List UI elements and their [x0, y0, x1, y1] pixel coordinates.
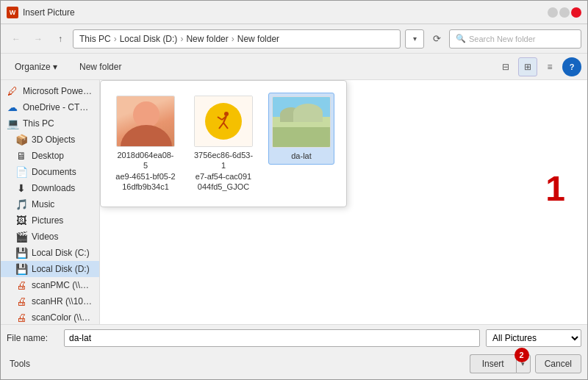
sidebar-label-local-disk-c: Local Disk (C:) [32, 248, 90, 258]
new-folder-button[interactable]: New folder [71, 57, 129, 76]
step2-badge: 2 [514, 348, 529, 362]
scanhr-icon: 🖨 [15, 295, 27, 307]
sidebar-label-downloads: Downloads [32, 183, 75, 193]
buttons-row: Tools Insert 2 ▾ Cancel [1, 351, 587, 379]
sidebar-item-scancolor[interactable]: 🖨 scanColor (\\10.6... [1, 309, 99, 324]
organize-button[interactable]: Organize ▾ [7, 57, 65, 76]
local-disk-d-icon: 💾 [15, 263, 27, 275]
sidebar-label-pictures: Pictures [32, 215, 63, 226]
powerpoint-icon: 🖊 [7, 85, 18, 97]
sidebar-label-scancolor: scanColor (\\10.6... [32, 312, 93, 323]
search-placeholder: Search New folder [469, 35, 536, 43]
sidebar-item-scanpmc[interactable]: 🖨 scanPMC (\\10.6... [1, 277, 99, 293]
path-content: This PC › Local Disk (D:) › New folder ›… [79, 34, 279, 44]
tools-label: Tools [10, 359, 30, 369]
person-photo-preview [117, 96, 174, 147]
address-path[interactable]: This PC › Local Disk (D:) › New folder ›… [73, 29, 401, 49]
logo-circle [205, 103, 242, 140]
app-icon-letter: W [10, 9, 16, 16]
help-button[interactable]: ? [562, 57, 581, 76]
sidebar-item-documents[interactable]: 📄 Documents [1, 164, 99, 180]
svg-line-2 [219, 123, 223, 129]
sidebar-label-scanpmc: scanPMC (\\10.6... [32, 280, 93, 290]
file-name-2: 3756ec86-6d53-1e7-af54-cac091044fd5_GJOC [193, 150, 254, 192]
logo-preview [195, 96, 252, 147]
dialog-title: Insert Picture [23, 7, 548, 18]
sidebar-item-microsoft-powerpoint[interactable]: 🖊 Microsoft PowerP... [1, 83, 99, 99]
file-name-3: da-lat [291, 151, 312, 161]
file-thumbnail-3 [272, 96, 331, 148]
view-medium-icons-button[interactable]: ⊞ [518, 57, 537, 76]
app-icon: W [7, 7, 18, 18]
svg-line-3 [223, 123, 228, 129]
path-drive: Local Disk (D:) [120, 34, 178, 44]
sidebar-label-music: Music [32, 199, 54, 209]
sidebar-item-videos[interactable]: 🎬 Videos [1, 229, 99, 245]
sidebar-label-3d-objects: 3D Objects [32, 135, 75, 145]
path-dropdown[interactable]: ▾ [405, 29, 424, 49]
address-bar: ← → ↑ This PC › Local Disk (D:) › New fo… [1, 24, 587, 54]
file-area[interactable]: 2018d064ea08-5ae9-4651-bf05-216dfb9b34c1 [100, 80, 587, 324]
insert-picture-dialog: W Insert Picture ← → ↑ This PC › Local D… [0, 0, 588, 380]
maximize-button[interactable] [559, 7, 570, 18]
file-item-landscape[interactable]: da-lat [268, 93, 334, 165]
sidebar-label-local-disk-d: Local Disk (D:) [32, 264, 90, 274]
sidebar-item-onedrive[interactable]: ☁ OneDrive - CTY C... [1, 99, 99, 115]
path-pc: This PC [79, 34, 111, 44]
sidebar-label-videos: Videos [32, 232, 58, 242]
sidebar-item-music[interactable]: 🎵 Music [1, 196, 99, 212]
sidebar-item-local-disk-d[interactable]: 💾 Local Disk (D:) [1, 261, 99, 277]
minimize-button[interactable] [548, 7, 558, 18]
cancel-button[interactable]: Cancel [535, 354, 581, 373]
filetype-dropdown[interactable]: All Pictures All Files JPEG PNG [486, 329, 581, 347]
up-button[interactable]: ↑ [51, 29, 70, 49]
filename-label: File name: [7, 333, 58, 343]
path-folder2: New folder [237, 34, 279, 44]
file-item-person-photo[interactable]: 2018d064ea08-5ae9-4651-bf05-216dfb9b34c1 [112, 93, 179, 195]
file-item-logo[interactable]: 3756ec86-6d53-1e7-af54-cac091044fd5_GJOC [190, 93, 257, 195]
file-name-1: 2018d064ea08-5ae9-4651-bf05-216dfb9b34c1 [115, 150, 176, 192]
view-list-button[interactable]: ≡ [540, 57, 559, 76]
sidebar-item-pictures[interactable]: 🖼 Pictures [1, 212, 99, 229]
documents-icon: 📄 [15, 166, 27, 178]
downloads-icon: ⬇ [15, 182, 27, 194]
close-button[interactable] [571, 7, 581, 18]
view-extra-button[interactable]: ⊟ [496, 57, 515, 76]
forward-button[interactable]: → [29, 29, 48, 49]
main-content: 🖊 Microsoft PowerP... ☁ OneDrive - CTY C… [1, 80, 587, 324]
insert-button[interactable]: Insert 2 [470, 354, 516, 373]
desktop-icon: 🖥 [15, 150, 27, 162]
sidebar-label-this-pc: This PC [23, 118, 54, 129]
svg-point-0 [224, 112, 229, 116]
onedrive-icon: ☁ [7, 101, 18, 113]
sidebar-item-desktop[interactable]: 🖥 Desktop [1, 148, 99, 164]
filename-input[interactable] [64, 329, 480, 347]
videos-icon: 🎬 [15, 231, 27, 243]
svg-line-5 [218, 117, 222, 120]
refresh-button[interactable]: ⟳ [427, 29, 446, 49]
toolbar: Organize ▾ New folder ⊟ ⊞ ≡ ? [1, 54, 587, 80]
sidebar-item-3d-objects[interactable]: 📦 3D Objects [1, 132, 99, 148]
sidebar-label-documents: Documents [32, 167, 76, 177]
file-thumbnail-1 [116, 96, 175, 147]
path-folder1: New folder [186, 34, 228, 44]
sidebar-item-downloads[interactable]: ⬇ Downloads [1, 180, 99, 196]
sidebar-label-onedrive: OneDrive - CTY C... [23, 102, 93, 112]
step1-badge: 1 [545, 168, 565, 209]
music-icon: 🎵 [15, 198, 27, 210]
scancolor-icon: 🖨 [15, 312, 27, 323]
file-thumbnail-2 [194, 96, 253, 147]
local-disk-c-icon: 💾 [15, 247, 27, 259]
search-box[interactable]: 🔍 Search New folder [449, 29, 581, 49]
pictures-icon: 🖼 [15, 215, 27, 226]
bottom-bar: File name: All Pictures All Files JPEG P… [1, 324, 587, 379]
sidebar-item-this-pc[interactable]: 💻 This PC [1, 115, 99, 132]
sidebar-item-scanhr[interactable]: 🖨 scanHR (\\10.68... [1, 293, 99, 309]
running-figure-icon [212, 110, 235, 133]
scanpmc-icon: 🖨 [15, 279, 27, 291]
sidebar-item-local-disk-c[interactable]: 💾 Local Disk (C:) [1, 245, 99, 261]
filename-row: File name: All Pictures All Files JPEG P… [1, 325, 587, 351]
back-button[interactable]: ← [7, 29, 26, 49]
sidebar-label-scanhr: scanHR (\\10.68... [32, 296, 93, 306]
insert-btn-group: Insert 2 ▾ [470, 354, 531, 373]
